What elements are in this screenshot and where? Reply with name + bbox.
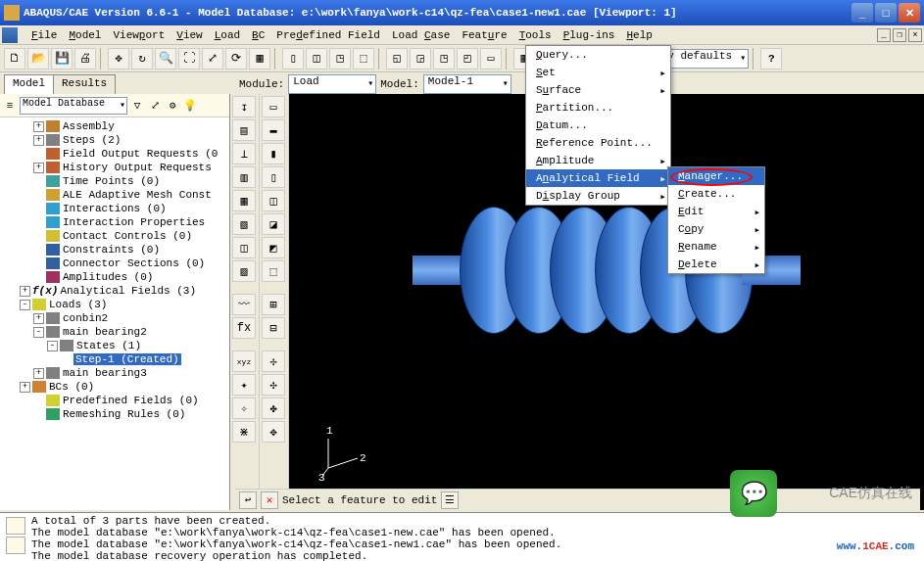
tree-scope-dropdown[interactable]: Model Database	[20, 97, 127, 115]
axis-3-icon[interactable]: ⋇	[232, 421, 256, 443]
mdi-restore-button[interactable]: ❐	[893, 28, 906, 42]
menu-tools[interactable]: Tools	[513, 27, 558, 43]
t2-k-icon[interactable]: ✢	[262, 351, 285, 372]
tree-node[interactable]: Constraints (0)	[2, 243, 227, 257]
tools-menu[interactable]: Query...Set▸Surface▸Partition...Datum...…	[525, 45, 671, 206]
model-dropdown[interactable]: Model-1	[423, 74, 511, 94]
tree-node[interactable]: Field Output Requests (0	[2, 147, 227, 161]
t2-b-icon[interactable]: ▬	[262, 119, 285, 141]
tree-filter-icon[interactable]: ▽	[129, 98, 145, 114]
tree-node[interactable]: +BCs (0)	[2, 380, 227, 394]
perspective-icon[interactable]: ▭	[480, 48, 502, 70]
module-dropdown[interactable]: Load	[288, 74, 376, 94]
minimize-button[interactable]: _	[851, 3, 873, 23]
tree-node[interactable]: Step-1 (Created)	[2, 352, 227, 366]
t2-h-icon[interactable]: ⬚	[262, 260, 285, 282]
view-4-icon[interactable]: ⬚	[353, 48, 374, 70]
t2-l-icon[interactable]: ✣	[262, 374, 285, 396]
menu-load[interactable]: Load	[209, 27, 246, 43]
axis-1-icon[interactable]: ✦	[232, 374, 256, 396]
t2-c-icon[interactable]: ▮	[262, 143, 285, 164]
tree-node[interactable]: +f(x)Analytical Fields (3)	[2, 284, 227, 298]
help-icon[interactable]: ?	[760, 48, 782, 70]
tree-expand-icon[interactable]: ⤢	[147, 98, 163, 114]
case-manager-icon[interactable]: ▨	[232, 260, 256, 282]
case-create-icon[interactable]: ◫	[232, 237, 256, 258]
analytical-icon[interactable]: fx	[232, 317, 256, 339]
submenu-edit[interactable]: Edit▸	[668, 203, 764, 220]
new-icon[interactable]: 🗋	[4, 48, 25, 70]
grid-icon[interactable]: ▦	[249, 48, 270, 70]
menu-bc[interactable]: BC	[246, 27, 270, 43]
load-manager-icon[interactable]: ▤	[232, 119, 256, 141]
cycle-icon[interactable]: ⟳	[225, 48, 247, 70]
tree-node[interactable]: +Steps (2)	[2, 133, 227, 147]
menu-load-case[interactable]: Load Case	[386, 27, 456, 43]
cube-2-icon[interactable]: ◲	[410, 48, 431, 70]
model-tree[interactable]: +Assembly+Steps (2)Field Output Requests…	[0, 117, 229, 510]
tree-node[interactable]: Amplitudes (0)	[2, 270, 227, 284]
view-1-icon[interactable]: ▯	[282, 48, 304, 70]
prompt-back-icon[interactable]: ↩	[239, 491, 257, 509]
close-button[interactable]: ✕	[899, 3, 920, 23]
prompt-cancel-icon[interactable]: ✕	[261, 491, 278, 509]
tree-node[interactable]: Contact Controls (0)	[2, 229, 227, 243]
t2-j-icon[interactable]: ⊟	[262, 317, 285, 339]
fit-icon[interactable]: ⤢	[202, 48, 223, 70]
field-create-icon[interactable]: ▦	[232, 190, 256, 211]
zoom-icon[interactable]: 🔍	[155, 48, 176, 70]
tools-menu-surface[interactable]: Surface▸	[526, 81, 670, 99]
tree-node[interactable]: -Loads (3)	[2, 298, 227, 311]
tree-node[interactable]: -States (1)	[2, 339, 227, 352]
t2-n-icon[interactable]: ✥	[262, 421, 285, 443]
tree-node[interactable]: Predefined Fields (0)	[2, 394, 227, 407]
load-create-icon[interactable]: ↧	[232, 96, 256, 117]
tree-db-icon[interactable]: ≡	[2, 98, 18, 114]
t2-m-icon[interactable]: ✤	[262, 397, 285, 419]
zoom-box-icon[interactable]: ⛶	[178, 48, 200, 70]
tree-node[interactable]: ALE Adaptive Mesh Const	[2, 188, 227, 202]
mdi-minimize-button[interactable]: _	[877, 28, 891, 42]
t2-i-icon[interactable]: ⊞	[262, 294, 285, 315]
t2-d-icon[interactable]: ▯	[262, 166, 285, 188]
submenu-manager-[interactable]: Manager...	[668, 167, 764, 185]
menu-predefined-field[interactable]: Predefined Field	[270, 27, 386, 43]
menu-plug-ins[interactable]: Plug-ins	[558, 27, 621, 43]
menu-help[interactable]: Help	[620, 27, 657, 43]
axis-2-icon[interactable]: ✧	[232, 397, 256, 419]
pan-icon[interactable]: ✥	[108, 48, 129, 70]
tree-node[interactable]: Time Points (0)	[2, 174, 227, 188]
tree-node[interactable]: Connector Sections (0)	[2, 257, 227, 270]
tools-menu-datum-[interactable]: Datum...	[526, 117, 670, 134]
field-manager-icon[interactable]: ▧	[232, 213, 256, 235]
tree-settings-icon[interactable]: ⚙	[165, 98, 180, 114]
t2-a-icon[interactable]: ▭	[262, 96, 285, 117]
maximize-button[interactable]: □	[875, 3, 897, 23]
prompt-list-icon[interactable]: ☰	[441, 491, 459, 509]
menu-model[interactable]: Model	[63, 27, 107, 43]
tab-model[interactable]: Model	[4, 74, 54, 94]
triad-icon[interactable]: xyz	[232, 351, 256, 372]
mdi-close-button[interactable]: ×	[908, 28, 922, 42]
console-tab-1-icon[interactable]	[6, 517, 25, 535]
tab-results[interactable]: Results	[53, 74, 116, 94]
submenu-copy[interactable]: Copy▸	[668, 220, 764, 238]
save-icon[interactable]: 💾	[51, 48, 73, 70]
tools-menu-set[interactable]: Set▸	[526, 64, 670, 81]
tree-node[interactable]: +main bearing3	[2, 366, 227, 380]
view-2-icon[interactable]: ◫	[306, 48, 327, 70]
open-icon[interactable]: 📂	[27, 48, 49, 70]
menu-file[interactable]: File	[25, 27, 63, 43]
amplitude-icon[interactable]: 〰	[232, 294, 256, 315]
cube-1-icon[interactable]: ◱	[386, 48, 408, 70]
analytical-field-submenu[interactable]: Manager...Create...Edit▸Copy▸Rename▸Dele…	[667, 166, 765, 274]
submenu-rename[interactable]: Rename▸	[668, 238, 764, 256]
t2-e-icon[interactable]: ◫	[262, 190, 285, 211]
menu-feature[interactable]: Feature	[456, 27, 512, 43]
cube-4-icon[interactable]: ◰	[457, 48, 478, 70]
tools-menu-display-group[interactable]: Display Group▸	[526, 187, 670, 205]
view-3-icon[interactable]: ◳	[329, 48, 351, 70]
tools-menu-partition-[interactable]: Partition...	[526, 99, 670, 117]
bc-create-icon[interactable]: ⊥	[232, 143, 256, 164]
tools-menu-reference-point-[interactable]: Reference Point...	[526, 134, 670, 152]
